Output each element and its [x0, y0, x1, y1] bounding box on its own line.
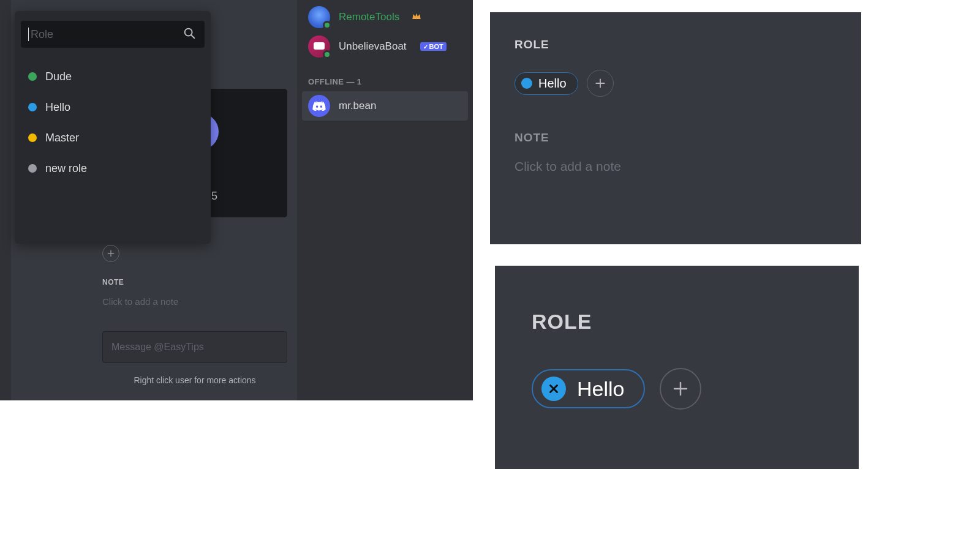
role-color-dot [28, 103, 37, 111]
note-heading: NOTE [102, 278, 287, 287]
remove-role-icon[interactable] [541, 377, 566, 401]
role-option-label: Dude [45, 70, 72, 83]
role-chip-label: Hello [577, 377, 624, 401]
role-color-dot [28, 133, 37, 142]
discord-logo-icon [312, 101, 326, 111]
role-option-label: Hello [45, 101, 70, 114]
role-chip-hello[interactable]: Hello [514, 72, 578, 95]
role-crop-panel-2: ROLE Hello [495, 266, 859, 469]
role-list: Dude Hello Master new role [21, 61, 205, 184]
add-role-button[interactable] [660, 368, 701, 410]
offline-heading: OFFLINE — 1 [308, 77, 473, 86]
note-input[interactable]: Click to add a note [514, 159, 837, 174]
role-heading: ROLE [514, 38, 837, 51]
member-row-remotetools[interactable]: RemoteTools [302, 2, 468, 32]
role-search-placeholder: Role [29, 28, 183, 41]
bot-badge-text: BOT [429, 43, 443, 50]
message-placeholder: Message @EasyTips [111, 342, 204, 353]
note-heading: NOTE [514, 131, 837, 144]
presence-indicator [323, 21, 331, 29]
role-chip-label: Hello [538, 77, 567, 91]
note-input[interactable]: Click to add a note [102, 296, 287, 307]
role-color-dot [521, 78, 532, 89]
role-color-dot [28, 164, 37, 173]
members-sidebar: RemoteTools UnbelievaBoat ✓BOT OFFLINE —… [297, 0, 473, 400]
role-chip-row: Hello [514, 70, 837, 97]
member-name: mr.bean [339, 100, 376, 112]
role-option-label: new role [45, 162, 87, 175]
role-picker-popover: Role Dude Hello Master new role [15, 11, 211, 244]
role-option-new-role[interactable]: new role [24, 153, 201, 184]
member-row-mrbean[interactable]: mr.bean [302, 91, 468, 121]
role-crop-panel-1: ROLE Hello NOTE Click to add a note [490, 12, 861, 244]
avatar [308, 95, 330, 117]
server-rail [0, 0, 11, 400]
member-row-unbelievaboat[interactable]: UnbelievaBoat ✓BOT [302, 32, 468, 61]
member-name: UnbelievaBoat [339, 40, 407, 53]
avatar [308, 6, 330, 28]
role-chip-hello[interactable]: Hello [532, 369, 645, 408]
role-heading: ROLE [532, 310, 822, 334]
avatar [308, 36, 330, 58]
profile-footer-hint: Right click user for more actions [102, 375, 287, 385]
role-option-label: Master [45, 132, 79, 144]
role-option-hello[interactable]: Hello [24, 92, 201, 122]
add-role-button[interactable] [587, 70, 614, 97]
presence-indicator [323, 50, 331, 59]
svg-line-1 [191, 35, 194, 38]
bot-badge: ✓BOT [420, 42, 447, 51]
profile-lower-section: NOTE Click to add a note Message @EasyTi… [102, 245, 287, 385]
owner-crown-icon [412, 12, 421, 23]
verified-check-icon: ✓ [423, 43, 428, 50]
dm-message-input[interactable]: Message @EasyTips [102, 331, 287, 363]
member-name: RemoteTools [339, 11, 399, 23]
text-cursor [28, 28, 29, 41]
role-option-dude[interactable]: Dude [24, 61, 201, 92]
role-chip-row: Hello [532, 368, 822, 410]
add-role-button[interactable] [102, 245, 119, 262]
role-search-input[interactable]: Role [21, 21, 205, 48]
role-color-dot [28, 72, 37, 81]
role-option-master[interactable]: Master [24, 122, 201, 153]
discord-main-panel: 425 Role Dude Hello Master [0, 0, 473, 400]
search-icon [183, 26, 196, 42]
